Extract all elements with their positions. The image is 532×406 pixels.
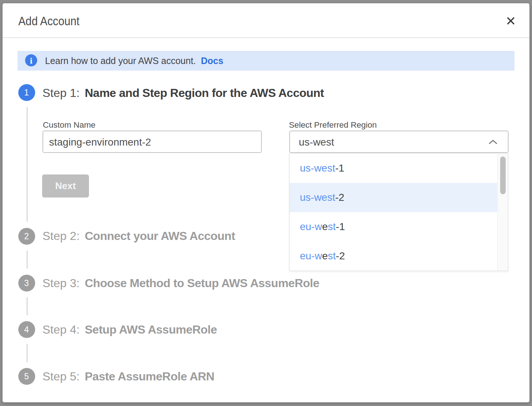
svg-text:i: i bbox=[30, 56, 33, 65]
